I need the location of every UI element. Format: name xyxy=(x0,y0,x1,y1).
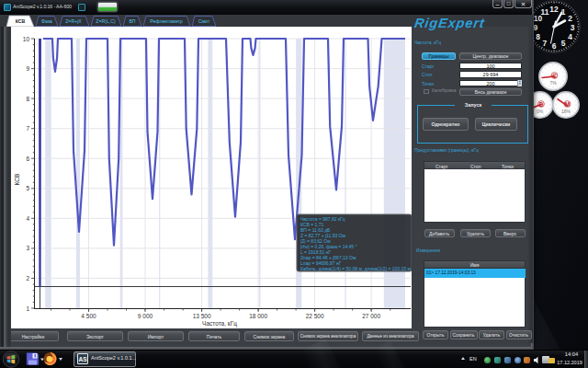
svg-text:КСВ: КСВ xyxy=(14,174,20,186)
svg-text:|Z| = 83,62 Ом: |Z| = 83,62 Ом xyxy=(300,238,331,244)
svg-text:5: 5 xyxy=(26,185,29,191)
svg-text:3: 3 xyxy=(571,23,575,32)
svg-text:4: 4 xyxy=(568,32,572,41)
svg-text:9 000: 9 000 xyxy=(138,313,153,319)
svg-text:Фаза: Фаза xyxy=(41,18,52,24)
svg-text:КСВ: КСВ xyxy=(16,18,26,24)
svg-text:6: 6 xyxy=(26,155,29,162)
svg-text:Частота, кГц: Частота, кГц xyxy=(202,320,237,328)
svg-text:8: 8 xyxy=(536,32,540,41)
svg-text:8: 8 xyxy=(26,96,29,102)
svg-text:M: M xyxy=(565,101,570,108)
svg-text:Zпар = 84,48 + j567,13 Ом: Zпар = 84,48 + j567,13 Ом xyxy=(300,255,356,260)
svg-text:0%: 0% xyxy=(537,109,544,114)
svg-text:10: 10 xyxy=(23,36,30,42)
svg-text:Кабель: длина(1/4) = 50,08 м,: Кабель: длина(1/4) = 50,08 м, длина(1/2)… xyxy=(300,266,412,271)
svg-text:7%: 7% xyxy=(549,80,557,86)
svg-text:C: C xyxy=(552,73,557,79)
svg-text:2: 2 xyxy=(26,275,29,282)
svg-text:2: 2 xyxy=(568,14,572,23)
svg-text:Z=R+jX: Z=R+jX xyxy=(65,18,82,24)
svg-text:22 500: 22 500 xyxy=(306,313,324,319)
svg-text:Частота = 987,82 кГц: Частота = 987,82 кГц xyxy=(300,216,345,222)
svg-text:4 500: 4 500 xyxy=(81,313,96,319)
svg-text:18 000: 18 000 xyxy=(249,313,267,319)
svg-text:27 000: 27 000 xyxy=(362,313,380,319)
svg-text:ВП = 11,63 дБ: ВП = 11,63 дБ xyxy=(300,227,331,233)
svg-text:D: D xyxy=(539,101,544,108)
svg-text:7: 7 xyxy=(543,39,548,48)
svg-text:ВП: ВП xyxy=(129,18,135,24)
svg-text:4: 4 xyxy=(26,215,29,222)
svg-text:9: 9 xyxy=(26,65,29,72)
svg-text:Z=R(L,C): Z=R(L,C) xyxy=(96,18,116,24)
svg-text:6: 6 xyxy=(552,41,557,51)
svg-text:3: 3 xyxy=(26,245,29,251)
svg-text:Рефлектометр: Рефлектометр xyxy=(150,18,182,24)
svg-text:5: 5 xyxy=(561,39,566,48)
svg-text:Смит: Смит xyxy=(198,18,210,24)
svg-text:7: 7 xyxy=(26,125,29,132)
svg-text:12: 12 xyxy=(549,5,559,14)
svg-text:1: 1 xyxy=(26,305,29,312)
svg-text:9: 9 xyxy=(533,23,537,32)
svg-text:11: 11 xyxy=(540,7,548,17)
svg-text:13 500: 13 500 xyxy=(193,313,211,319)
svg-text:18%: 18% xyxy=(561,109,571,114)
